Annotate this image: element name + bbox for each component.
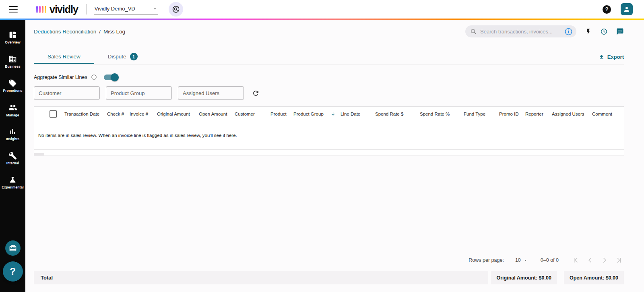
hamburger-menu-icon[interactable] bbox=[9, 6, 18, 12]
next-page-button[interactable] bbox=[600, 255, 609, 265]
breadcrumb-parent-link[interactable]: Deductions Reconciliation bbox=[34, 29, 96, 35]
chevron-down-icon bbox=[523, 258, 528, 263]
last-page-icon bbox=[615, 257, 623, 264]
totals-footer: Total Original Amount: $0.00 Open Amount… bbox=[34, 271, 624, 284]
global-search[interactable] bbox=[465, 25, 576, 37]
column-header[interactable]: Product bbox=[270, 112, 293, 116]
tab-sales-review[interactable]: Sales Review bbox=[34, 50, 94, 64]
aggregate-similar-lines-label: Aggregate Similar Lines bbox=[34, 75, 87, 80]
sidebar-item-insights[interactable]: Insights bbox=[0, 122, 25, 146]
first-page-button[interactable] bbox=[571, 255, 580, 265]
pagination: Rows per page: 10 0–0 of 0 bbox=[34, 255, 624, 266]
refresh-button[interactable] bbox=[252, 89, 260, 97]
column-header[interactable]: Invoice # bbox=[130, 112, 157, 116]
help-glyph: ? bbox=[605, 6, 609, 12]
brand-name: vividly bbox=[50, 4, 78, 14]
column-header[interactable]: Reporter bbox=[525, 112, 552, 116]
last-page-button[interactable] bbox=[614, 255, 624, 265]
column-header[interactable]: Spend Rate $ bbox=[375, 112, 420, 116]
breadcrumb: Deductions Reconciliation / Miss Log bbox=[34, 29, 125, 35]
previous-page-button[interactable] bbox=[585, 255, 595, 265]
breadcrumb-current: Miss Log bbox=[103, 29, 125, 35]
column-header[interactable]: Comment bbox=[592, 112, 624, 116]
sidebar-item-promotions[interactable]: Promotions bbox=[0, 74, 25, 98]
rows-per-page-label: Rows per page: bbox=[469, 257, 504, 263]
export-button[interactable]: Export bbox=[599, 54, 624, 64]
rows-per-page-value: 10 bbox=[515, 257, 521, 263]
sidebar-bottom-actions: ? bbox=[3, 240, 23, 292]
tab-label: Dispute bbox=[108, 54, 126, 60]
help-button[interactable]: ? bbox=[603, 5, 611, 14]
customer-filter-input[interactable] bbox=[34, 86, 100, 100]
breadcrumb-separator: / bbox=[99, 29, 101, 35]
column-header[interactable]: Spend Rate % bbox=[420, 112, 464, 116]
sidebar-item-label: Internal bbox=[6, 161, 19, 165]
logo-bars-icon bbox=[36, 6, 46, 14]
refresh-icon bbox=[252, 89, 260, 97]
brand-logo: vividly bbox=[36, 4, 78, 14]
quick-actions-lightning-icon[interactable] bbox=[585, 28, 592, 35]
chevron-left-icon bbox=[586, 257, 594, 264]
people-icon bbox=[8, 103, 17, 112]
column-header[interactable]: Assigned Users bbox=[552, 112, 592, 116]
sidebar-item-label: Manage bbox=[6, 113, 19, 117]
building-icon bbox=[8, 55, 17, 63]
app-root: vividly Vividly Demo_VD ? bbox=[0, 0, 644, 292]
column-header[interactable]: Fund Type bbox=[464, 112, 499, 116]
sidebar-item-internal[interactable]: Internal bbox=[0, 146, 25, 170]
aggregate-toggle[interactable] bbox=[104, 75, 117, 80]
column-header[interactable]: Check # bbox=[107, 112, 130, 116]
first-page-icon bbox=[572, 257, 579, 264]
chevron-down-icon bbox=[153, 6, 157, 11]
support-help-button[interactable]: ? bbox=[3, 261, 23, 282]
column-header[interactable]: Transaction Date bbox=[64, 112, 107, 116]
chat-icon[interactable] bbox=[616, 28, 624, 35]
sidebar-item-label: Promotions bbox=[3, 89, 22, 93]
search-explore-icon bbox=[171, 5, 180, 14]
table-header-row: Transaction Date Check # Invoice # Origi… bbox=[34, 107, 624, 121]
product-group-filter-input[interactable] bbox=[106, 86, 172, 100]
column-header[interactable]: Open Amount bbox=[199, 112, 235, 116]
whats-new-button[interactable] bbox=[5, 240, 21, 256]
sort-desc-arrow-icon bbox=[330, 111, 336, 117]
column-header[interactable]: Customer bbox=[235, 112, 270, 116]
sidebar-item-manage[interactable]: Manage bbox=[0, 98, 25, 122]
account-avatar-button[interactable] bbox=[621, 3, 633, 15]
tab-bar: Sales Review Dispute 1 bbox=[34, 50, 151, 64]
column-header[interactable]: Line Date bbox=[341, 112, 375, 116]
flask-icon bbox=[8, 176, 17, 184]
search-icon bbox=[470, 28, 477, 35]
wrench-icon bbox=[8, 151, 17, 160]
pagination-range: 0–0 of 0 bbox=[541, 257, 559, 263]
person-icon bbox=[623, 6, 630, 13]
chevron-right-icon bbox=[601, 257, 608, 264]
column-header[interactable]: Original Amount bbox=[157, 112, 199, 116]
open-amount-total: Open Amount: $0.00 bbox=[564, 271, 624, 284]
topbar-actions bbox=[465, 25, 624, 37]
assigned-users-filter-input[interactable] bbox=[178, 86, 244, 100]
main-content: Deductions Reconciliation / Miss Log bbox=[25, 20, 644, 292]
workspace-label: Vividly Demo_VD bbox=[95, 6, 135, 12]
empty-state-row: No items are in sales review. When an in… bbox=[34, 121, 624, 150]
tab-dispute[interactable]: Dispute 1 bbox=[94, 50, 151, 64]
sales-review-table: Transaction Date Check # Invoice # Origi… bbox=[34, 106, 624, 156]
tag-icon bbox=[8, 79, 17, 87]
search-input[interactable] bbox=[480, 29, 561, 35]
top-header: vividly Vividly Demo_VD ? bbox=[0, 0, 644, 19]
sidebar-item-label: Overview bbox=[5, 40, 21, 44]
sidebar-item-experimental[interactable]: Experimental bbox=[0, 170, 25, 195]
table-footer-row bbox=[34, 150, 624, 156]
rows-per-page-select[interactable]: 10 bbox=[515, 257, 528, 263]
sidebar-item-business[interactable]: Business bbox=[0, 50, 25, 74]
original-amount-total: Original Amount: $0.00 bbox=[491, 271, 557, 284]
workspace-selector[interactable]: Vividly Demo_VD bbox=[94, 4, 158, 14]
aggregate-info-icon[interactable] bbox=[91, 74, 97, 80]
column-header-sorted[interactable]: Product Group bbox=[293, 111, 341, 117]
sidebar-item-overview[interactable]: Overview bbox=[0, 25, 25, 50]
history-clock-icon[interactable] bbox=[600, 28, 608, 35]
info-icon[interactable] bbox=[564, 27, 573, 36]
tab-label: Sales Review bbox=[47, 54, 80, 60]
select-all-checkbox[interactable] bbox=[50, 110, 57, 118]
column-header[interactable]: Promo ID bbox=[499, 112, 525, 116]
discover-search-button[interactable] bbox=[169, 2, 183, 17]
